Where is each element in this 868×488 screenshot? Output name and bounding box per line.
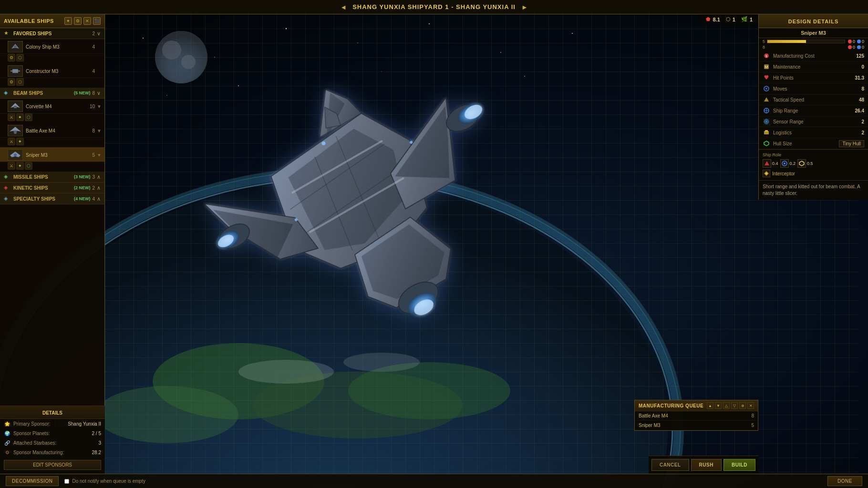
stat-hit-points: Hit Points 31.3	[759, 72, 868, 83]
ship-role-icons: 0.4 0.2 0.5	[763, 159, 864, 168]
mfg-queue-item-1[interactable]: Battle Axe M4 8	[635, 411, 758, 421]
role-icon-3: 0.5	[797, 159, 813, 168]
role-box-1	[763, 159, 771, 168]
mfg-icon-1[interactable]: ▲	[707, 402, 713, 409]
sniper-icons: ⚔ ✦ ⬡	[0, 162, 104, 172]
ship-range-label: Ship Range	[773, 108, 850, 113]
header-icon-4[interactable]: ⬛	[93, 17, 101, 25]
svg-rect-45	[12, 69, 18, 73]
constructor-thumb	[8, 65, 23, 77]
specialty-icon: ◈	[4, 195, 10, 202]
mfg-icon-4[interactable]: ▽	[731, 402, 738, 409]
colony-thumb	[8, 41, 23, 52]
mfg-queue-title: Manufacturing Queue	[639, 403, 703, 408]
battleaxe-icons: ⚔ ✦	[0, 138, 104, 147]
ship-item-battleaxe[interactable]: Battle Axe M4 8 ▼	[0, 123, 104, 138]
ship-item-corvette[interactable]: Corvette M4 10 ▼	[0, 99, 104, 113]
section-missile[interactable]: ◈ Missile Ships (3 NEW) 3 ∧	[0, 172, 104, 183]
section-specialty[interactable]: ◈ Specialty Ships (4 NEW) 4 ∧	[0, 193, 104, 204]
header-icon-2[interactable]: ⚙	[74, 17, 82, 25]
prev-arrow[interactable]: ◄	[340, 3, 347, 11]
colony-icon-2: ⬡	[16, 54, 24, 61]
mfg-icon-2[interactable]: ▼	[715, 402, 722, 409]
ship-item-sniper[interactable]: Sniper M3 5 ▼	[0, 147, 104, 162]
edit-sponsors-button[interactable]: Edit Sponsors	[4, 460, 101, 470]
rush-button[interactable]: Rush	[691, 459, 722, 471]
section-kinetic[interactable]: ◈ Kinetic Ships (2 NEW) 2 ∧	[0, 183, 104, 193]
ship-range-value: 26.4	[850, 108, 864, 113]
sponsor-planets-icon: 🌍	[4, 430, 10, 437]
mfg-item-1-name: Battle Axe M4	[639, 413, 747, 418]
build-button[interactable]: Build	[723, 459, 755, 471]
notify-checkbox[interactable]: Do not notify when queue is empty	[64, 478, 145, 484]
tactical-speed-value: 48	[850, 97, 864, 102]
svg-text:M: M	[765, 65, 768, 69]
manufacturing-icon: ⚙	[4, 449, 10, 456]
section-favored-label: Favored Ships	[13, 31, 90, 36]
mfg-queue-header: Manufacturing Queue ▲ ▼ △ ▽ ⊕ ✕	[635, 400, 758, 411]
header-icons: ✦ ⚙ ✕ ⬛	[64, 17, 101, 25]
resource-icon-1: ⬟	[706, 16, 711, 22]
resource-item-2: ⬡ 1	[726, 16, 735, 22]
ship-role-label: Ship Role	[763, 152, 864, 157]
battleaxe-icon-1: ⚔	[8, 138, 15, 145]
section-missile-label: Missile Ships	[13, 174, 74, 180]
stat-moves: Moves 8	[759, 83, 868, 94]
cancel-button[interactable]: Cancel	[651, 459, 689, 471]
logistics-label: Logistics	[773, 130, 850, 135]
constructor-icon-2: ⬡	[16, 78, 24, 86]
kinetic-icon: ◈	[4, 184, 10, 191]
battleaxe-name: Battle Axe M4	[26, 128, 101, 133]
favored-expand: ∨	[97, 30, 101, 37]
done-button[interactable]: Done	[827, 476, 862, 486]
logistics-value: 2	[850, 130, 864, 135]
missile-new-badge: (3 NEW)	[74, 174, 91, 179]
notify-label: Do not notify when queue is empty	[72, 478, 145, 484]
ship-item-constructor[interactable]: Constructor M3 4	[0, 63, 104, 78]
moves-label: Moves	[773, 86, 850, 92]
stat-bar-label: 5	[763, 39, 765, 44]
section-favored[interactable]: ★ Favored Ships 2 ∨	[0, 28, 104, 39]
ship-item-colony[interactable]: Colony Ship M3 4	[0, 39, 104, 54]
next-arrow[interactable]: ►	[521, 3, 528, 11]
bottom-bar: Decommission Do not notify when queue is…	[0, 474, 868, 488]
colony-icons: ⚙ ⬡	[0, 54, 104, 63]
kinetic-new-badge: (2 NEW)	[74, 185, 91, 190]
corvette-thumb	[8, 101, 23, 112]
resource-bar: ⬟ 8.1 ⬡ 1 🌿 1	[700, 14, 758, 24]
ship-range-icon	[763, 107, 770, 114]
colony-name: Colony Ship M3	[26, 44, 101, 50]
corvette-icons: ⚔ ✦ ⬡	[0, 113, 104, 123]
kinetic-expand: ∧	[97, 185, 101, 191]
header-icon-3[interactable]: ✕	[83, 17, 91, 25]
resource-icon-3: 🌿	[741, 16, 748, 22]
hit-points-value: 31.3	[850, 75, 864, 81]
stat-bar-fill	[767, 40, 806, 43]
mfg-icon-3[interactable]: △	[723, 402, 730, 409]
svg-marker-56	[764, 97, 769, 102]
role-val-3: 0.5	[807, 161, 813, 166]
specialty-new-badge: (4 NEW)	[74, 196, 91, 201]
mfg-cost-label: Manufacturing Cost	[773, 53, 850, 59]
header-icon-1[interactable]: ✦	[64, 17, 72, 25]
notify-input[interactable]	[64, 479, 69, 484]
resource-item-1: ⬟ 8.1	[706, 16, 720, 22]
svg-point-70	[765, 173, 767, 174]
decommission-button[interactable]: Decommission	[6, 476, 59, 486]
beam-expand: ∨	[97, 90, 101, 96]
manufacturing-label: Sponsor Manufacturing:	[13, 450, 92, 455]
stat-dot-2	[857, 40, 861, 43]
mfg-cost-value: 125	[850, 53, 864, 59]
section-beam[interactable]: ◈ Beam Ships (5 NEW) 8 ∨	[0, 88, 104, 99]
hit-points-label: Hit Points	[773, 75, 850, 81]
mfg-icon-5[interactable]: ⊕	[739, 402, 746, 409]
battleaxe-count: 8	[92, 128, 95, 133]
logistics-icon	[763, 129, 770, 136]
mfg-queue-item-2[interactable]: Sniper M3 5	[635, 421, 758, 430]
mfg-icon-6[interactable]: ✕	[747, 402, 754, 409]
beam-new-badge: (5 NEW)	[74, 91, 91, 95]
mfg-item-2-name: Sniper M3	[639, 423, 747, 428]
svg-rect-63	[764, 131, 769, 134]
sniper-icon-2: ✦	[16, 162, 24, 170]
svg-point-44	[14, 45, 17, 48]
